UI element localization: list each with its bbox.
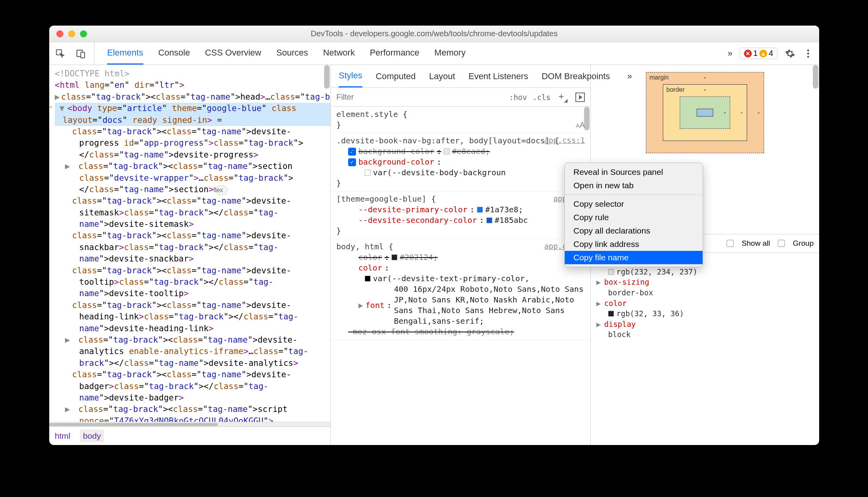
dom-node-selected[interactable]: ⋯ ▼<body type="article" theme="google-bl…	[55, 103, 330, 126]
tabs-overflow-icon[interactable]: »	[724, 48, 736, 59]
dom-node[interactable]: ▶class="tag-brack"><class="tag-name">sec…	[55, 161, 330, 195]
cls-toggle[interactable]: .cls	[532, 93, 551, 102]
dom-scrollbar-horizontal[interactable]	[49, 422, 330, 427]
dom-node[interactable]: ▶class="tag-brack"><class="tag-name">scr…	[55, 404, 330, 422]
dom-node[interactable]: class="tag-brack"><class="tag-name">devs…	[55, 300, 330, 334]
color-swatch	[608, 311, 614, 317]
crumb-html[interactable]: html	[55, 431, 70, 441]
flex-badge[interactable]: flex	[216, 185, 227, 195]
group-label: Group	[793, 239, 814, 248]
dom-node[interactable]: ▶class="tag-brack"><class="tag-name">dev…	[55, 334, 330, 369]
styles-rules[interactable]: element.style {}AAapp.css:1.devsite-book…	[331, 107, 590, 445]
main-toolbar: ElementsConsoleCSS OverviewSourcesNetwor…	[49, 42, 819, 65]
context-menu-item[interactable]: Open in new tab	[565, 179, 703, 192]
styles-filter-input[interactable]	[336, 93, 503, 102]
context-menu: Reveal in Sources panelOpen in new tabCo…	[564, 163, 703, 267]
device-toggle-icon[interactable]	[75, 48, 86, 59]
tab-memory[interactable]: Memory	[434, 42, 466, 65]
styles-tab-styles[interactable]: Styles	[339, 65, 362, 87]
dom-node[interactable]: class="tag-brack"><class="tag-name">devs…	[55, 265, 330, 300]
tab-console[interactable]: Console	[158, 42, 190, 65]
context-menu-item[interactable]: Copy all declarations	[565, 224, 703, 237]
color-swatch	[608, 269, 614, 275]
boxmodel-scrollbar[interactable]	[812, 65, 819, 234]
new-style-rule-icon[interactable]: +◢	[556, 91, 570, 103]
devtools-window: DevTools - developers.google.com/web/too…	[49, 26, 819, 445]
color-swatch[interactable]	[477, 207, 483, 213]
traffic-lights	[49, 30, 87, 37]
computed-property[interactable]: ▶box-sizing	[596, 277, 814, 287]
breadcrumb: htmlbody	[49, 427, 330, 445]
dom-node[interactable]: ▶class="tag-brack"><class="tag-name">hea…	[55, 91, 330, 103]
dom-node[interactable]: class="tag-brack"><class="tag-name">devs…	[55, 230, 330, 265]
styles-panel: StylesComputedLayoutEvent ListenersDOM B…	[331, 65, 591, 445]
css-rule[interactable]: element.style {}AA	[331, 107, 590, 133]
css-rule[interactable]: app.css:1body, html {color:#202124;color…	[331, 239, 590, 340]
crumb-body[interactable]: body	[80, 430, 104, 442]
computed-property[interactable]: ▶display	[596, 319, 814, 330]
styles-tab-layout[interactable]: Layout	[429, 66, 455, 87]
inspect-icon[interactable]	[55, 48, 66, 59]
color-swatch[interactable]	[391, 254, 397, 260]
dom-node[interactable]: class="tag-brack"><class="tag-name">devs…	[55, 126, 330, 161]
accessibility-icon[interactable]: AA	[576, 120, 585, 130]
computed-properties[interactable]: ▶background-colorrgb(232, 234, 237)▶box-…	[591, 253, 819, 445]
tab-elements[interactable]: Elements	[107, 42, 143, 65]
group-checkbox[interactable]	[778, 240, 785, 247]
tab-sources[interactable]: Sources	[276, 42, 308, 65]
svg-rect-2	[81, 52, 85, 57]
gear-icon[interactable]	[785, 48, 796, 59]
tab-performance[interactable]: Performance	[370, 42, 419, 65]
titlebar: DevTools - developers.google.com/web/too…	[49, 26, 819, 42]
color-swatch[interactable]	[365, 170, 371, 176]
show-all-label: Show all	[742, 239, 770, 248]
tab-network[interactable]: Network	[323, 42, 355, 65]
context-menu-item[interactable]: Copy selector	[565, 197, 703, 211]
window-title: DevTools - developers.google.com/web/too…	[49, 29, 819, 38]
styles-filter-bar: :hov .cls +◢	[331, 88, 590, 107]
warning-count: 4	[769, 49, 773, 58]
context-menu-item[interactable]: Copy link address	[565, 237, 703, 251]
dom-node[interactable]: class="tag-brack"><class="tag-name">devs…	[55, 369, 330, 404]
color-swatch[interactable]	[365, 276, 371, 282]
styles-tab-computed[interactable]: Computed	[376, 66, 416, 87]
svg-point-3	[807, 49, 809, 51]
error-warning-badge[interactable]: ✕1 ▲4	[740, 48, 777, 59]
property-checkbox[interactable]: ✓	[348, 158, 356, 166]
dom-node[interactable]: class="tag-brack"><class="tag-name">devs…	[55, 195, 330, 230]
close-icon[interactable]	[56, 30, 63, 37]
kebab-icon[interactable]	[803, 48, 814, 59]
css-rule[interactable]: app.css[theme=google-blue] {--devsite-pr…	[331, 191, 590, 239]
maximize-icon[interactable]	[80, 30, 87, 37]
svg-point-5	[807, 56, 809, 57]
dom-node[interactable]: <!DOCTYPE html>	[55, 68, 330, 80]
styles-tab-event-listeners[interactable]: Event Listeners	[469, 66, 529, 87]
color-swatch[interactable]	[444, 148, 450, 154]
minimize-icon[interactable]	[68, 30, 75, 37]
css-rule[interactable]: app.css:1.devsite-book-nav-bg:after, bod…	[331, 133, 590, 191]
source-link[interactable]: app.css:1	[544, 135, 585, 146]
warning-icon: ▲	[759, 50, 767, 57]
tab-css-overview[interactable]: CSS Overview	[205, 42, 261, 65]
margin-label: margin	[649, 74, 669, 81]
svg-point-4	[807, 52, 809, 54]
color-swatch[interactable]	[486, 217, 492, 223]
border-label: border	[666, 86, 684, 93]
computed-property[interactable]: ▶color	[596, 298, 814, 309]
context-menu-item[interactable]: Copy file name	[565, 251, 703, 264]
dom-tree[interactable]: <!DOCTYPE html><html lang="en" dir="ltr"…	[49, 65, 330, 422]
elements-panel: <!DOCTYPE html><html lang="en" dir="ltr"…	[49, 65, 331, 445]
show-all-checkbox[interactable]	[727, 240, 734, 247]
error-count: 1	[753, 49, 758, 58]
context-menu-item[interactable]: Reveal in Sources panel	[565, 165, 703, 179]
hov-toggle[interactable]: :hov	[509, 93, 527, 102]
animations-icon[interactable]	[575, 93, 585, 102]
property-checkbox[interactable]: ✓	[348, 148, 356, 156]
dom-node[interactable]: <html lang="en" dir="ltr">	[55, 80, 330, 91]
error-icon: ✕	[744, 50, 752, 57]
context-menu-item[interactable]: Copy rule	[565, 211, 703, 224]
